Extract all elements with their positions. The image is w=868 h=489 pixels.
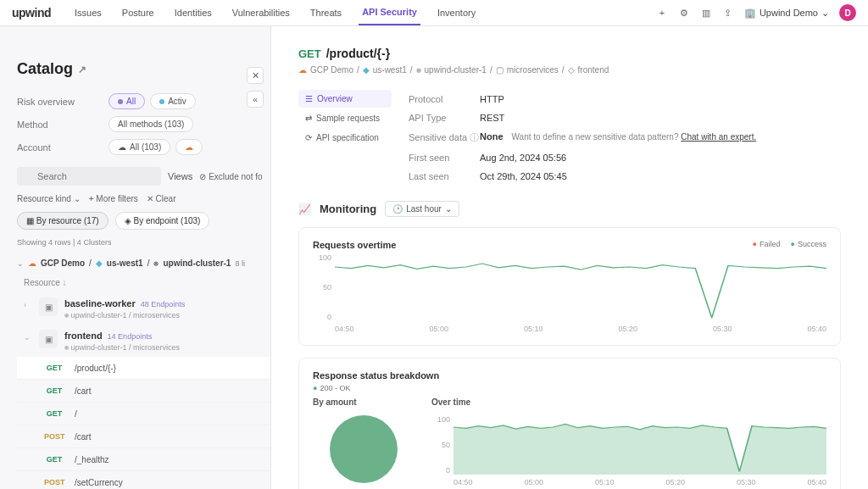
cluster-cloud: GCP Demo: [41, 258, 85, 268]
breadcrumb: ☁GCP Demo / ◆us-west1 / ⎈upwind-cluster-…: [298, 65, 841, 75]
account-filter-label: Account: [17, 142, 108, 153]
kv-apitype-key: API Type: [409, 113, 480, 123]
endpoint-row[interactable]: GET/cart: [17, 380, 270, 403]
risk-pill-all[interactable]: All: [108, 93, 145, 109]
region-icon: ◆: [363, 65, 370, 75]
catalog-title: Catalog↗: [17, 60, 270, 78]
building-icon: 🏢: [744, 8, 756, 19]
account-pill-more[interactable]: ☁: [175, 139, 203, 155]
cloud-icon: ☁: [118, 142, 126, 152]
resource-kind-dropdown[interactable]: Resource kind ⌄: [17, 194, 81, 203]
method-pill[interactable]: All methods (103): [108, 116, 193, 132]
info-icon[interactable]: ⓘ: [470, 132, 479, 142]
endpoint-path: /: [75, 409, 77, 419]
resource-endpoint-count: 48 Endpoints: [141, 300, 186, 308]
kv-protocol-key: Protocol: [409, 94, 480, 104]
plus-icon[interactable]: +: [656, 7, 668, 19]
cluster-name: upwind-cluster-1: [163, 258, 231, 268]
method-badge: GET: [41, 408, 68, 419]
panel-icon[interactable]: ▥: [700, 7, 712, 19]
nav-issues[interactable]: Issues: [71, 1, 105, 25]
nav-threats[interactable]: Threats: [307, 1, 345, 25]
x-axis: 04:5005:0005:1005:2005:3005:40: [335, 325, 826, 333]
endpoint-path: /setCurrency: [75, 478, 123, 487]
cluster-row[interactable]: ⌄ ☁GCP Demo/ ◆us-west1/ ⎈upwind-cluster-…: [17, 253, 270, 273]
requests-line-chart: [335, 253, 826, 321]
clear-filters-button[interactable]: ✕ Clear: [147, 194, 176, 203]
bc-service[interactable]: frontend: [578, 65, 609, 75]
top-nav-bar: upwind Issues Posture Identities Vulnera…: [0, 0, 868, 26]
namespace-icon: ▢: [496, 65, 504, 75]
filter-icon: ⊘: [199, 172, 206, 181]
endpoint-row[interactable]: GET/_healthz: [17, 448, 270, 471]
resource-path: ⎈ upwind-cluster-1 / microservices: [64, 311, 270, 320]
more-filters-button[interactable]: + More filters: [89, 194, 138, 203]
nav-posture[interactable]: Posture: [119, 1, 158, 25]
resource-path: ⎈ upwind-cluster-1 / microservices: [64, 343, 270, 352]
x-axis: 04:5005:0005:1005:2005:3005:40: [453, 478, 826, 486]
endpoint-path: /product/{-}: [75, 364, 116, 373]
chevron-down-icon: ⌄: [17, 259, 24, 268]
method-badge: GET: [41, 454, 68, 464]
resource-icon: ▦: [26, 216, 34, 225]
risk-filter-label: Risk overview: [17, 97, 108, 107]
method-badge: GET: [41, 386, 68, 396]
region-icon: ◆: [96, 258, 103, 268]
y-axis: 100500: [431, 415, 450, 475]
bc-region[interactable]: us-west1: [373, 65, 407, 75]
avatar[interactable]: D: [839, 4, 856, 21]
org-label: Upwind Demo: [760, 8, 818, 18]
collapse-panel-button[interactable]: «: [247, 91, 264, 108]
tab-by-resource[interactable]: ▦ By resource (17): [17, 212, 108, 230]
tab-by-endpoint[interactable]: ◈ By endpoint (103): [115, 212, 210, 230]
run-icon[interactable]: ⇪: [722, 7, 734, 19]
kv-firstseen-val: Aug 2nd, 2024 05:56: [480, 153, 566, 163]
endpoint-row[interactable]: GET/product/{-}: [17, 357, 270, 380]
legend-failed: Failed: [753, 240, 781, 248]
org-selector[interactable]: 🏢Upwind Demo⌄: [744, 8, 829, 19]
external-link-icon[interactable]: ↗: [78, 64, 86, 75]
gear-icon[interactable]: ⚙: [678, 7, 690, 19]
overview-icon: ☰: [305, 94, 313, 103]
search-input[interactable]: [17, 167, 161, 186]
detail-tab-sample-requests[interactable]: ⇄Sample requests: [298, 109, 392, 127]
status-area-chart: [453, 415, 826, 475]
resource-row-baseline-worker[interactable]: › ▣ baseline-worker48 Endpoints ⎈ upwind…: [17, 292, 270, 325]
chat-expert-link[interactable]: Chat with an expert.: [681, 132, 756, 142]
status-chart-card: Response status breakdown 200 - OK By am…: [298, 358, 841, 489]
method-badge: GET: [41, 363, 68, 373]
detail-tab-api-spec[interactable]: ⟳API specification: [298, 129, 392, 147]
account-pill[interactable]: ☁All (103): [108, 139, 170, 155]
method-badge: POST: [41, 477, 68, 487]
resource-column-header[interactable]: Resource ↓: [17, 273, 270, 292]
chevron-down-icon: ⌄: [821, 8, 829, 19]
detail-tab-overview[interactable]: ☰Overview: [298, 90, 392, 108]
endpoint-row[interactable]: POST/cart: [17, 425, 270, 448]
time-range-dropdown[interactable]: 🕑Last hour⌄: [385, 201, 459, 217]
detail-panel: GET/product/{-} ☁GCP Demo / ◆us-west1 / …: [271, 26, 868, 489]
resource-endpoint-count: 14 Endpoints: [108, 332, 153, 341]
service-icon: ◇: [568, 65, 575, 75]
cloud-icon: ☁: [298, 65, 307, 75]
nav-vulnerabilities[interactable]: Vulnerabilities: [229, 1, 293, 25]
rows-count-info: Showing 4 rows | 4 Clusters: [17, 238, 270, 247]
resource-row-frontend[interactable]: ⌄ ▣ frontend14 Endpoints ⎈ upwind-cluste…: [17, 325, 270, 357]
bc-cloud[interactable]: GCP Demo: [310, 65, 353, 75]
requests-icon: ⇄: [305, 114, 312, 123]
endpoint-row[interactable]: POST/setCurrency: [17, 471, 270, 489]
nav-identities[interactable]: Identities: [171, 1, 215, 25]
catalog-panel: ✕ « Catalog↗ Risk overview All Activ Met…: [0, 26, 271, 489]
close-panel-button[interactable]: ✕: [247, 67, 264, 84]
kv-sensitive-key: Sensitive data ⓘ: [409, 131, 480, 144]
workload-icon: ▣: [39, 297, 58, 316]
bc-cluster[interactable]: upwind-cluster-1: [425, 65, 487, 75]
exclude-toggle[interactable]: ⊘Exclude not fo: [199, 172, 262, 181]
risk-pill-active[interactable]: Activ: [150, 93, 196, 109]
endpoint-row[interactable]: GET/: [17, 403, 270, 425]
nav-api-security[interactable]: API Security: [359, 0, 420, 25]
monitoring-title: Monitoring: [320, 203, 376, 215]
bc-namespace[interactable]: microservices: [507, 65, 559, 75]
detail-path: /product/{-}: [326, 47, 390, 60]
cluster-icon: ⎈: [153, 258, 159, 268]
nav-inventory[interactable]: Inventory: [434, 1, 479, 25]
